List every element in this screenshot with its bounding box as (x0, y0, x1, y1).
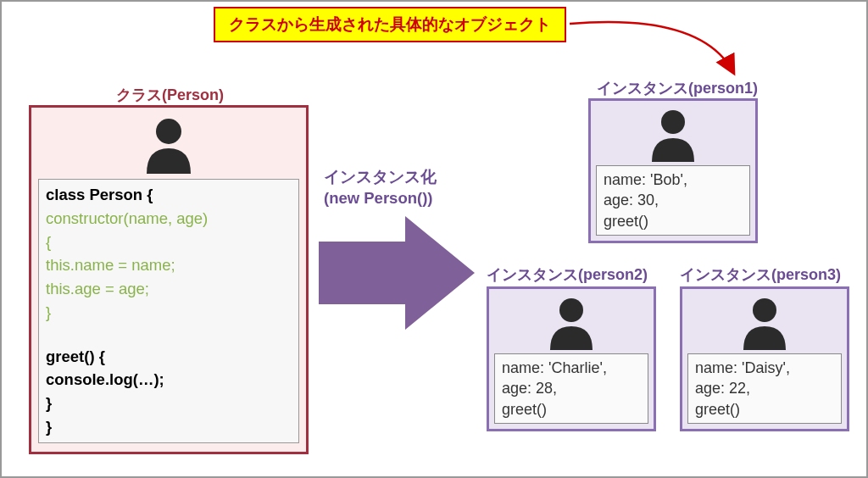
instantiate-arrow-icon (312, 209, 481, 336)
code-line: greet() { (46, 345, 292, 369)
instance-label-3: インスタンス(person3) (680, 264, 841, 285)
code-line: } (46, 301, 292, 325)
instance-label-2: インスタンス(person2) (487, 264, 648, 285)
code-line: greet() (604, 211, 743, 231)
svg-point-2 (559, 298, 583, 322)
code-line: age: 28, (502, 378, 641, 398)
code-line: name: 'Bob', (604, 170, 743, 190)
arrow-label-2: (new Person()) (324, 188, 437, 209)
arrow-label-1: インスタンス化 (324, 167, 437, 188)
code-line: name: 'Charlie', (502, 358, 641, 378)
code-line: age: 30, (604, 190, 743, 210)
class-box: class Person { constructor(name, age) { … (29, 105, 309, 454)
code-line: greet() (502, 399, 641, 420)
code-line: } (46, 392, 292, 415)
code-line: } (46, 415, 292, 439)
code-line: console.log(…); (46, 368, 292, 392)
diagram-canvas: クラスから生成された具体的なオブジェクト クラス(Person) class P… (0, 0, 868, 478)
class-code: class Person { constructor(name, age) { … (38, 179, 299, 443)
person-icon (136, 113, 201, 177)
code-line: { (46, 231, 292, 254)
header-callout: クラスから生成された具体的なオブジェクト (214, 7, 566, 42)
code-line: this.name = name; (46, 253, 292, 277)
code-line: name: 'Daisy', (695, 358, 834, 378)
code-line: class Person { (46, 183, 292, 207)
person-icon (643, 104, 704, 165)
code-line: constructor(name, age) (46, 207, 292, 231)
instance-box-2: name: 'Charlie', age: 28, greet() (487, 286, 656, 431)
person-icon (541, 292, 602, 353)
instance-box-1: name: 'Bob', age: 30, greet() (588, 98, 758, 243)
svg-point-0 (156, 119, 181, 144)
code-line: greet() (695, 399, 834, 420)
svg-point-1 (661, 110, 685, 134)
instance-code-2: name: 'Charlie', age: 28, greet() (494, 353, 648, 424)
arrow-label: インスタンス化 (new Person()) (324, 167, 437, 209)
code-line: age: 22, (695, 378, 834, 398)
svg-point-3 (753, 298, 776, 322)
instance-label-1: インスタンス(person1) (597, 78, 758, 98)
code-line (46, 325, 292, 345)
header-text: クラスから生成された具体的なオブジェクト (229, 15, 551, 33)
instance-code-3: name: 'Daisy', age: 22, greet() (687, 353, 842, 424)
instance-box-3: name: 'Daisy', age: 22, greet() (680, 286, 849, 431)
class-label: クラス(Person) (116, 85, 224, 105)
person-icon (734, 292, 795, 353)
instance-code-1: name: 'Bob', age: 30, greet() (596, 165, 750, 236)
code-line: this.age = age; (46, 277, 292, 301)
